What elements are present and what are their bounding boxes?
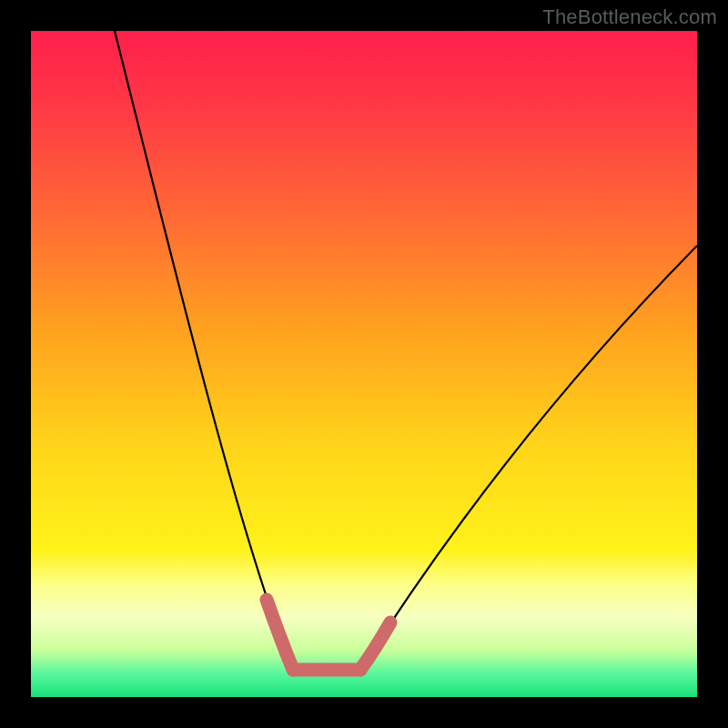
- chart-frame: TheBottleneck.com: [0, 0, 728, 728]
- gradient-background: [31, 31, 697, 697]
- plot-area: [31, 31, 697, 697]
- watermark-text: TheBottleneck.com: [542, 5, 717, 29]
- bottleneck-curve-svg: [31, 31, 697, 697]
